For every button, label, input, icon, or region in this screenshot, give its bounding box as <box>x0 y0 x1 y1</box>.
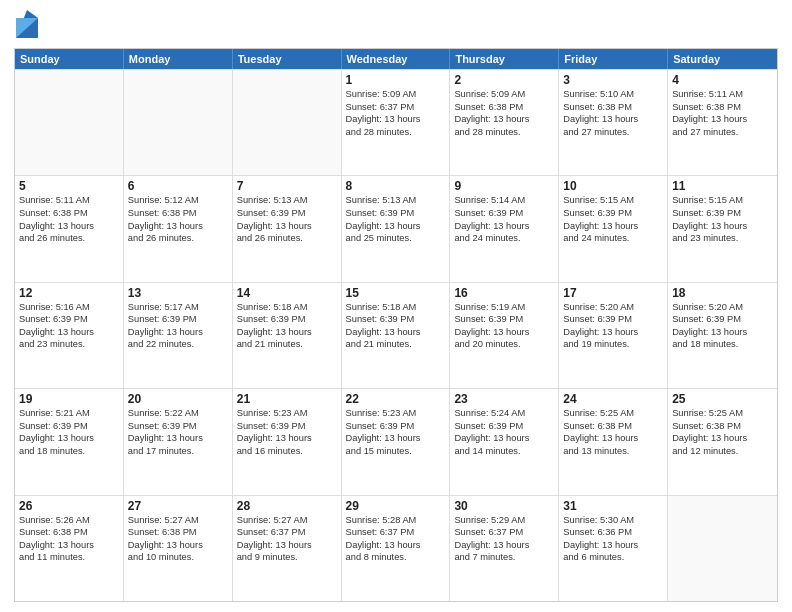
calendar-body: 1Sunrise: 5:09 AMSunset: 6:37 PMDaylight… <box>15 69 777 601</box>
cell-line: Sunrise: 5:24 AM <box>454 407 554 420</box>
day-number: 26 <box>19 499 119 513</box>
cell-line: Sunset: 6:38 PM <box>19 526 119 539</box>
day-number: 17 <box>563 286 663 300</box>
cell-line: and 28 minutes. <box>454 126 554 139</box>
calendar-cell: 13Sunrise: 5:17 AMSunset: 6:39 PMDayligh… <box>124 283 233 388</box>
day-number: 19 <box>19 392 119 406</box>
cell-line: and 14 minutes. <box>454 445 554 458</box>
cell-line: Sunset: 6:38 PM <box>563 420 663 433</box>
cell-line: Daylight: 13 hours <box>128 220 228 233</box>
cell-line: and 27 minutes. <box>672 126 773 139</box>
calendar-cell: 20Sunrise: 5:22 AMSunset: 6:39 PMDayligh… <box>124 389 233 494</box>
cell-line: Sunrise: 5:11 AM <box>672 88 773 101</box>
cell-line: and 13 minutes. <box>563 445 663 458</box>
calendar-cell: 11Sunrise: 5:15 AMSunset: 6:39 PMDayligh… <box>668 176 777 281</box>
cell-line: Daylight: 13 hours <box>454 326 554 339</box>
day-number: 18 <box>672 286 773 300</box>
cell-line: Sunrise: 5:13 AM <box>237 194 337 207</box>
calendar-cell: 22Sunrise: 5:23 AMSunset: 6:39 PMDayligh… <box>342 389 451 494</box>
calendar-cell: 2Sunrise: 5:09 AMSunset: 6:38 PMDaylight… <box>450 70 559 175</box>
calendar-cell: 8Sunrise: 5:13 AMSunset: 6:39 PMDaylight… <box>342 176 451 281</box>
cell-line: Daylight: 13 hours <box>346 326 446 339</box>
cell-line: and 23 minutes. <box>19 338 119 351</box>
calendar-cell: 7Sunrise: 5:13 AMSunset: 6:39 PMDaylight… <box>233 176 342 281</box>
cell-line: Sunset: 6:39 PM <box>672 207 773 220</box>
day-number: 6 <box>128 179 228 193</box>
cell-line: Sunset: 6:39 PM <box>128 420 228 433</box>
cell-line: Sunrise: 5:23 AM <box>237 407 337 420</box>
weekday-header: Saturday <box>668 49 777 69</box>
calendar-cell: 27Sunrise: 5:27 AMSunset: 6:38 PMDayligh… <box>124 496 233 601</box>
day-number: 14 <box>237 286 337 300</box>
cell-line: Sunset: 6:39 PM <box>454 207 554 220</box>
cell-line: Daylight: 13 hours <box>19 220 119 233</box>
cell-line: Daylight: 13 hours <box>672 326 773 339</box>
cell-line: and 8 minutes. <box>346 551 446 564</box>
cell-line: Sunset: 6:37 PM <box>237 526 337 539</box>
cell-line: Daylight: 13 hours <box>563 539 663 552</box>
calendar-cell: 18Sunrise: 5:20 AMSunset: 6:39 PMDayligh… <box>668 283 777 388</box>
cell-line: and 24 minutes. <box>454 232 554 245</box>
calendar-cell <box>124 70 233 175</box>
calendar-cell: 17Sunrise: 5:20 AMSunset: 6:39 PMDayligh… <box>559 283 668 388</box>
weekday-header: Thursday <box>450 49 559 69</box>
cell-line: Daylight: 13 hours <box>128 539 228 552</box>
day-number: 3 <box>563 73 663 87</box>
cell-line: Sunrise: 5:21 AM <box>19 407 119 420</box>
cell-line: Sunrise: 5:10 AM <box>563 88 663 101</box>
cell-line: Daylight: 13 hours <box>346 220 446 233</box>
cell-line: Daylight: 13 hours <box>19 539 119 552</box>
day-number: 16 <box>454 286 554 300</box>
calendar-row: 26Sunrise: 5:26 AMSunset: 6:38 PMDayligh… <box>15 495 777 601</box>
cell-line: and 22 minutes. <box>128 338 228 351</box>
cell-line: Sunrise: 5:09 AM <box>454 88 554 101</box>
calendar-cell: 15Sunrise: 5:18 AMSunset: 6:39 PMDayligh… <box>342 283 451 388</box>
cell-line: Sunset: 6:39 PM <box>19 313 119 326</box>
day-number: 21 <box>237 392 337 406</box>
calendar: SundayMondayTuesdayWednesdayThursdayFrid… <box>14 48 778 602</box>
cell-line: Sunrise: 5:22 AM <box>128 407 228 420</box>
header <box>14 10 778 42</box>
cell-line: Sunrise: 5:11 AM <box>19 194 119 207</box>
cell-line: Daylight: 13 hours <box>563 220 663 233</box>
cell-line: Sunset: 6:39 PM <box>563 313 663 326</box>
cell-line: Daylight: 13 hours <box>454 432 554 445</box>
cell-line: Daylight: 13 hours <box>672 432 773 445</box>
day-number: 5 <box>19 179 119 193</box>
day-number: 9 <box>454 179 554 193</box>
cell-line: Sunset: 6:39 PM <box>346 207 446 220</box>
cell-line: Daylight: 13 hours <box>237 539 337 552</box>
cell-line: Sunrise: 5:26 AM <box>19 514 119 527</box>
day-number: 4 <box>672 73 773 87</box>
cell-line: Sunrise: 5:15 AM <box>563 194 663 207</box>
cell-line: Sunset: 6:37 PM <box>346 526 446 539</box>
cell-line: Sunrise: 5:12 AM <box>128 194 228 207</box>
cell-line: Daylight: 13 hours <box>563 113 663 126</box>
cell-line: Sunset: 6:39 PM <box>237 313 337 326</box>
day-number: 1 <box>346 73 446 87</box>
calendar-row: 5Sunrise: 5:11 AMSunset: 6:38 PMDaylight… <box>15 175 777 281</box>
cell-line: Daylight: 13 hours <box>454 220 554 233</box>
cell-line: Sunrise: 5:18 AM <box>237 301 337 314</box>
cell-line: and 24 minutes. <box>563 232 663 245</box>
cell-line: Daylight: 13 hours <box>237 220 337 233</box>
day-number: 24 <box>563 392 663 406</box>
logo <box>14 14 38 42</box>
weekday-header: Tuesday <box>233 49 342 69</box>
cell-line: Daylight: 13 hours <box>672 113 773 126</box>
calendar-cell <box>233 70 342 175</box>
cell-line: and 6 minutes. <box>563 551 663 564</box>
cell-line: Sunrise: 5:30 AM <box>563 514 663 527</box>
cell-line: Daylight: 13 hours <box>563 432 663 445</box>
cell-line: Daylight: 13 hours <box>346 539 446 552</box>
calendar-cell: 21Sunrise: 5:23 AMSunset: 6:39 PMDayligh… <box>233 389 342 494</box>
calendar-cell: 3Sunrise: 5:10 AMSunset: 6:38 PMDaylight… <box>559 70 668 175</box>
weekday-header: Sunday <box>15 49 124 69</box>
cell-line: Sunrise: 5:20 AM <box>672 301 773 314</box>
cell-line: Sunrise: 5:25 AM <box>563 407 663 420</box>
cell-line: Daylight: 13 hours <box>128 326 228 339</box>
cell-line: Daylight: 13 hours <box>563 326 663 339</box>
day-number: 29 <box>346 499 446 513</box>
day-number: 2 <box>454 73 554 87</box>
cell-line: Daylight: 13 hours <box>19 326 119 339</box>
